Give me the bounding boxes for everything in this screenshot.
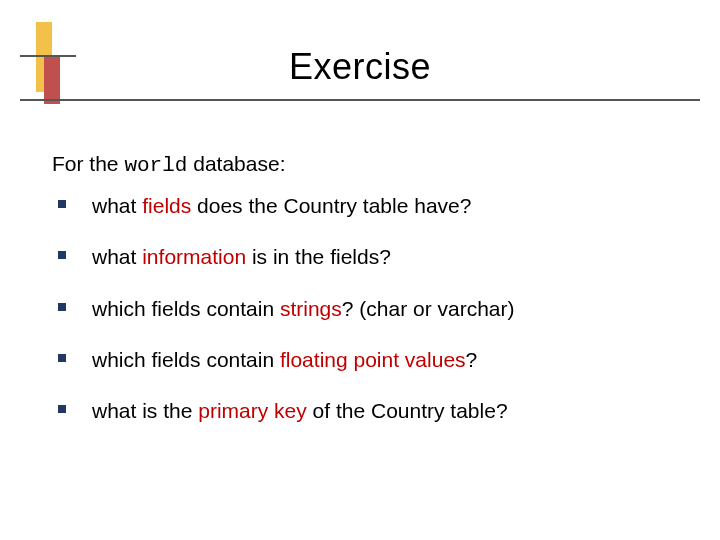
bullet-highlight: information xyxy=(142,245,246,268)
bullet-post: does the Country table have? xyxy=(191,194,471,217)
slide: Exercise For the world database: what fi… xyxy=(0,0,720,540)
bullet-highlight: floating point values xyxy=(280,348,466,371)
bullet-highlight: primary key xyxy=(198,399,307,422)
bullet-highlight: strings xyxy=(280,297,342,320)
rule-long xyxy=(20,99,700,101)
bullet-pre: what xyxy=(92,194,142,217)
bullet-pre: which fields contain xyxy=(92,297,280,320)
list-item: what is the primary key of the Country t… xyxy=(52,397,672,424)
intro-code: world xyxy=(124,154,187,177)
list-item: what fields does the Country table have? xyxy=(52,192,672,219)
list-item: which fields contain floating point valu… xyxy=(52,346,672,373)
intro-line: For the world database: xyxy=(52,152,285,177)
intro-suffix: database: xyxy=(187,152,285,175)
bullet-pre: what xyxy=(92,245,142,268)
intro-prefix: For the xyxy=(52,152,124,175)
list-item: what information is in the fields? xyxy=(52,243,672,270)
list-item: which fields contain strings? (char or v… xyxy=(52,295,672,322)
bullet-post: of the Country table? xyxy=(307,399,508,422)
bullet-list: what fields does the Country table have?… xyxy=(52,192,672,448)
slide-title: Exercise xyxy=(0,46,720,88)
bullet-pre: which fields contain xyxy=(92,348,280,371)
bullet-post: is in the fields? xyxy=(246,245,391,268)
bullet-post: ? (char or varchar) xyxy=(342,297,515,320)
bullet-pre: what is the xyxy=(92,399,198,422)
bullet-highlight: fields xyxy=(142,194,191,217)
bullet-post: ? xyxy=(466,348,478,371)
